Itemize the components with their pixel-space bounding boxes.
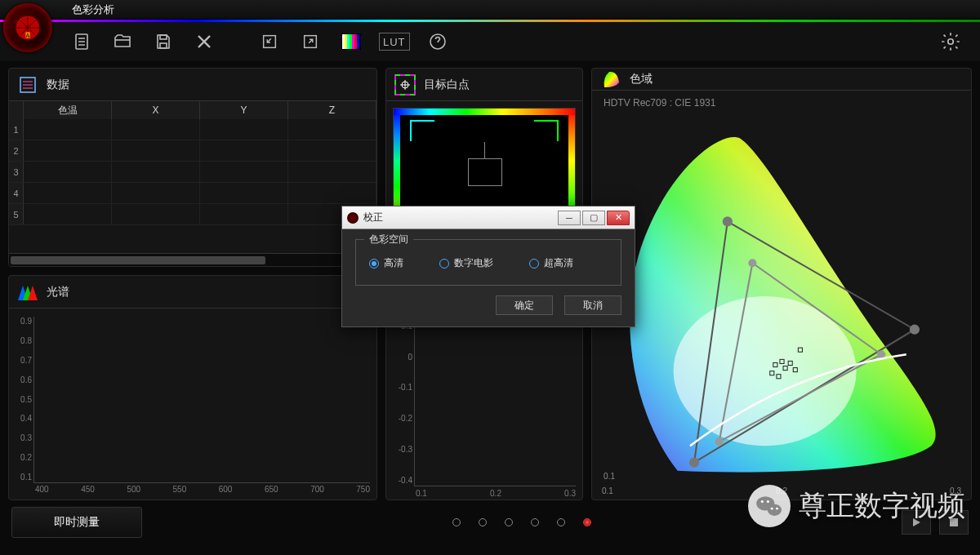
svg-rect-4: [160, 35, 167, 39]
col-x: X: [112, 101, 200, 119]
svg-rect-11: [347, 34, 350, 49]
svg-rect-6: [264, 36, 276, 48]
svg-point-28: [748, 259, 756, 267]
settings-button[interactable]: [938, 29, 964, 55]
svg-rect-12: [350, 34, 352, 49]
data-icon: [17, 74, 38, 95]
target-icon: [394, 74, 416, 95]
dialog-ok-button[interactable]: 确定: [496, 295, 553, 315]
close-button[interactable]: [191, 29, 217, 55]
toolbar: LUT: [0, 22, 980, 61]
color-space-legend: 色彩空间: [364, 233, 413, 246]
calibration-dialog: 校正 ─ ▢ ✕ 色彩空间 高清 数字电影 超高清: [341, 206, 635, 327]
radio-dcinema[interactable]: 数字电影: [439, 256, 493, 270]
svg-rect-10: [345, 34, 347, 49]
col-z: Z: [288, 101, 376, 119]
data-table-header: 色温 X Y Z: [9, 101, 376, 119]
gamut-chart[interactable]: 0.1 0.1 0.2 0.3: [599, 112, 964, 497]
svg-text:A: A: [26, 32, 30, 39]
dialog-title: 校正: [363, 211, 383, 224]
play-button[interactable]: [902, 510, 931, 535]
radio-icon: [529, 259, 539, 269]
dialog-minimize-button[interactable]: ─: [558, 211, 581, 225]
svg-point-30: [715, 437, 724, 446]
export-button[interactable]: [297, 29, 323, 55]
dialog-maximize-button[interactable]: ▢: [582, 211, 605, 225]
data-panel-title: 数据: [47, 78, 69, 92]
dialog-cancel-button[interactable]: 取消: [564, 295, 621, 315]
svg-point-22: [674, 296, 857, 446]
title-bar: A 色彩分析: [0, 0, 980, 20]
import-button[interactable]: [256, 29, 283, 55]
page-dot-6[interactable]: [583, 518, 591, 526]
target-white-title: 目标白点: [424, 78, 470, 92]
page-indicator: [452, 518, 591, 526]
col-color-temp: 色温: [24, 101, 112, 119]
svg-rect-39: [950, 518, 958, 526]
help-button[interactable]: [425, 29, 451, 55]
svg-point-17: [948, 39, 954, 45]
app-title: 色彩分析: [72, 2, 114, 17]
radio-hd[interactable]: 高清: [369, 256, 403, 270]
save-button[interactable]: [150, 29, 176, 55]
bottom-bar: 即时测量: [0, 500, 980, 544]
svg-point-24: [723, 216, 733, 226]
new-file-button[interactable]: [69, 29, 95, 55]
svg-point-25: [910, 325, 920, 335]
dialog-app-icon: [347, 212, 359, 224]
data-panel: 数据 色温 X Y Z 1 2 3 4 5: [8, 68, 377, 267]
target-preview[interactable]: [393, 108, 576, 214]
color-bars-button[interactable]: [338, 29, 364, 55]
page-dot-5[interactable]: [557, 518, 565, 526]
page-dot-1[interactable]: [452, 518, 461, 526]
svg-point-26: [689, 458, 699, 468]
data-table-body[interactable]: 1 2 3 4 5: [9, 119, 376, 253]
svg-rect-14: [354, 34, 357, 49]
radio-uhd[interactable]: 超高清: [529, 256, 573, 270]
radio-icon: [439, 259, 449, 269]
page-dot-4[interactable]: [531, 518, 539, 526]
svg-rect-15: [357, 34, 359, 49]
page-dot-3[interactable]: [505, 518, 513, 526]
measure-button[interactable]: 即时测量: [11, 507, 142, 538]
open-file-button[interactable]: [109, 29, 136, 55]
svg-rect-13: [352, 34, 354, 49]
logo-icon: A: [13, 13, 42, 42]
gamut-subtitle: HDTV Rec709 : CIE 1931: [592, 91, 971, 109]
spectrum-panel-title: 光谱: [47, 285, 69, 300]
page-dot-2[interactable]: [479, 518, 487, 526]
color-space-group: 色彩空间 高清 数字电影 超高清: [355, 239, 621, 286]
spectrum-icon: [17, 282, 38, 303]
gamut-panel-title: 色域: [630, 72, 653, 87]
lut-button[interactable]: LUT: [379, 33, 410, 51]
app-logo: A: [3, 3, 52, 52]
gamut-icon: [600, 69, 621, 90]
spectrum-panel: 光谱 0.9 0.8 0.7 0.6 0.5 0.4 0.3 0.2 0.1 4…: [8, 275, 377, 500]
dialog-titlebar[interactable]: 校正 ─ ▢ ✕: [342, 206, 635, 229]
gamut-panel: 色域 HDTV Rec709 : CIE 1931: [591, 68, 972, 500]
dialog-close-button[interactable]: ✕: [607, 211, 630, 225]
radio-icon: [369, 259, 379, 269]
spectrum-chart[interactable]: 0.9 0.8 0.7 0.6 0.5 0.4 0.3 0.2 0.1 400 …: [9, 309, 376, 500]
svg-rect-5: [160, 43, 167, 48]
col-y: Y: [200, 101, 288, 119]
svg-rect-9: [342, 34, 345, 49]
stop-button[interactable]: [939, 510, 969, 535]
data-h-scrollbar[interactable]: [9, 253, 376, 266]
